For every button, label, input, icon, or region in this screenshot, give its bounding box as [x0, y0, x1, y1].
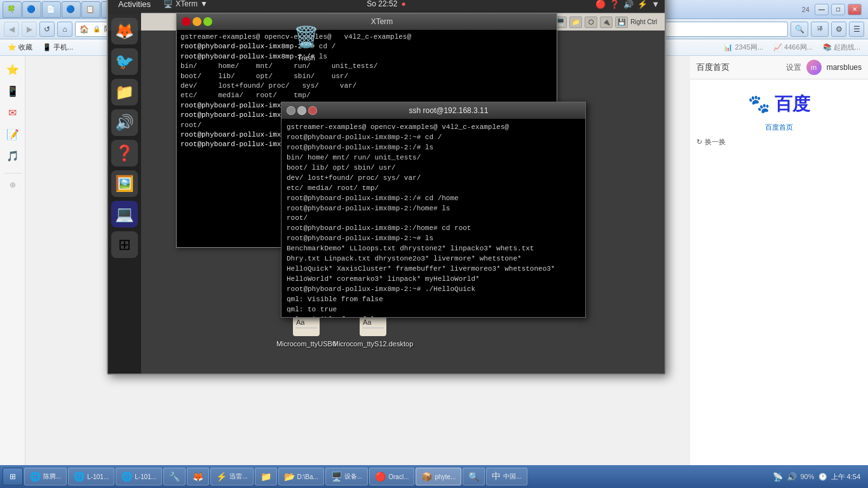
gnome-settings-icon[interactable]: ▼ — [651, 0, 660, 9]
gnome-power-icon[interactable]: ⚡ — [637, 0, 648, 9]
dock-image[interactable]: 🖼️ — [111, 170, 138, 197]
taskbar-app-l101a[interactable]: 🌐 L-101... — [68, 468, 114, 485]
address-lock-icon: 🔒 — [93, 25, 100, 32]
ssh-line-8: root@phyboard-pollux-imx8mp-2:/# cd /hom… — [287, 194, 580, 204]
gnome-activities-btn[interactable]: Activities — [113, 0, 156, 10]
gnome-app-menu-label: XTerm — [175, 0, 198, 8]
gnome-app-menu[interactable]: 🖥️ XTerm ▼ — [163, 0, 208, 8]
xterm-buttons: ✕ _ □ — [182, 17, 212, 26]
forward-btn[interactable]: ▶ — [22, 22, 37, 37]
xterm-min-btn[interactable]: _ — [193, 17, 201, 26]
taskbar-app-phytec[interactable]: 📦 phyte... — [416, 468, 461, 485]
home-btn[interactable]: ⌂ — [57, 22, 72, 37]
dock-help[interactable]: ❓ — [111, 140, 138, 166]
svg-text:Aa: Aa — [363, 318, 372, 326]
gnome-red-btn[interactable]: 🔴 — [595, 0, 606, 9]
sidebar-icon-star[interactable]: ⭐ — [3, 60, 22, 79]
baidu-content-area: 🐾 百度 百度首页 ↻ 换一换 — [690, 79, 868, 158]
sidebar-icon-expand[interactable]: ⊕ — [3, 173, 22, 192]
taskbar-app-search[interactable]: 🔍 — [463, 468, 485, 485]
taskbar-app-chen[interactable]: 🌐 陈腾... — [24, 468, 67, 485]
xterm-max-btn[interactable]: □ — [203, 17, 212, 26]
browser-tab-1[interactable]: 🍀 — [3, 1, 22, 18]
back-btn[interactable]: ◀ — [4, 22, 19, 37]
taskbar-clock-icon: 🕐 — [818, 473, 827, 481]
nav-link-home[interactable]: 百度首页 — [765, 123, 793, 132]
bookmark-favorites[interactable]: ⭐ 收藏 — [5, 41, 35, 53]
trash-icon: 🗑️ — [291, 22, 322, 52]
dock-files[interactable]: 📁 — [111, 79, 138, 105]
taskbar-app-device[interactable]: 🖥️ 设备... — [325, 468, 368, 485]
ssh-max-btn[interactable] — [297, 106, 306, 115]
gnome-clock[interactable]: So 22:52 ● — [367, 0, 405, 8]
bookmark-qidian[interactable]: 📚 起跑线... — [820, 41, 863, 53]
taskbar-app-folder[interactable]: 📁 — [255, 468, 277, 485]
dock-mail[interactable]: 🐦 — [111, 48, 138, 75]
taskbar-app-dbak-icon: 📂 — [284, 471, 295, 482]
ssh-line-4: bin/ home/ mnt/ run/ unit_tests/ — [287, 153, 580, 163]
xterm-line-1: gstreamer-examples@ opencv-examples@ v4l… — [180, 32, 553, 42]
xterm-line-5: boot/ lib/ opt/ sbin/ usr/ — [180, 72, 553, 81]
taskbar-app-l101b-label: L-101... — [135, 473, 156, 480]
translate-btn[interactable]: 译 — [811, 22, 829, 37]
taskbar-app-china-label: 中国... — [503, 472, 521, 481]
taskbar-app-chen-label: 陈腾... — [43, 472, 61, 481]
desktop-icon-trash[interactable]: 🗑️ Trash — [281, 19, 332, 64]
taskbar-app-fox[interactable]: 🦊 — [187, 468, 209, 485]
taskbar-app-dbak[interactable]: 📂 D:\Ba... — [278, 468, 324, 485]
taskbar-app-oracle[interactable]: 🔴 Oracl... — [369, 468, 414, 485]
refresh-content[interactable]: ↻ 换一换 — [696, 137, 862, 147]
minimize-btn[interactable]: — — [815, 4, 829, 15]
taskbar-app-l101b[interactable]: 🌐 L-101... — [116, 468, 162, 485]
maximize-btn[interactable]: □ — [831, 4, 845, 15]
ssh-line-12: root@phyboard-pollux-imx8mp-2:~# ls — [287, 234, 580, 244]
browser-tab-2[interactable]: 🔵 — [22, 1, 41, 18]
menu-btn[interactable]: ☰ — [849, 22, 864, 37]
browser-tab-3[interactable]: 📄 — [42, 1, 61, 18]
gnome-desktop: Activities 🖥️ XTerm ▼ So 22:52 ● 🔴 ❓ 🔊 ⚡… — [108, 0, 665, 374]
dock-apps[interactable]: ⊞ — [111, 231, 138, 258]
ssh-terminal[interactable]: gstreamer-examples@ opencv-examples@ v4l… — [281, 119, 585, 317]
ssh-window[interactable]: ssh root@192.168.3.11 gstreamer-examples… — [281, 102, 586, 318]
start-button[interactable]: ⊞ — [3, 468, 23, 485]
dock-terminal[interactable]: 💻 — [111, 201, 138, 227]
ssh-close-btn[interactable] — [308, 106, 317, 115]
dock-sound[interactable]: 🔊 — [111, 109, 138, 136]
taskbar-app-tool[interactable]: 🔧 — [163, 468, 186, 485]
taskbar-network-icon[interactable]: 📡 — [773, 472, 783, 482]
taskbar-app-l101a-label: L-101... — [87, 473, 109, 480]
tools-btn[interactable]: ⚙ — [831, 22, 846, 37]
taskbar-app-thunder[interactable]: ⚡ 迅雷... — [210, 468, 253, 485]
gnome-volume-icon[interactable]: 🔊 — [623, 0, 634, 9]
dock-firefox[interactable]: 🦊 — [111, 18, 138, 44]
browser-tab-4[interactable]: 🔵 — [62, 1, 81, 18]
sidebar-icon-mail[interactable]: ✉ — [3, 103, 22, 122]
ssh-line-7: etc/ media/ root/ tmp/ — [287, 184, 580, 194]
user-avatar[interactable]: m — [806, 60, 822, 75]
sidebar-icon-mobile[interactable]: 📱 — [3, 81, 22, 100]
gnome-help-icon[interactable]: ❓ — [609, 0, 620, 9]
refresh-btn[interactable]: ↺ — [39, 22, 55, 37]
ssh-line-16: HelloWorld* coremarko3* linpack* myHello… — [287, 274, 580, 285]
browser-tab-5[interactable]: 📋 — [81, 1, 100, 18]
bookmark-4466[interactable]: 📈 4466网... — [771, 41, 815, 53]
sidebar-icon-music[interactable]: 🎵 — [3, 146, 22, 165]
ssh-min-btn[interactable] — [287, 106, 295, 115]
taskbar-app-china-icon: 中 — [492, 471, 501, 482]
settings-link[interactable]: 设置 — [786, 62, 801, 73]
search-btn[interactable]: 🔍 — [790, 22, 808, 37]
taskbar-app-device-icon: 🖥️ — [331, 471, 342, 482]
bookmark-mobile[interactable]: 📱 手机... — [40, 41, 76, 53]
svg-rect-8 — [295, 327, 317, 329]
taskbar-app-thunder-label: 迅雷... — [229, 472, 247, 481]
close-btn[interactable]: ✕ — [848, 4, 862, 15]
sidebar-icon-note[interactable]: 📝 — [3, 125, 22, 144]
gnome-app-menu-arrow: ▼ — [200, 0, 208, 8]
xterm-close-btn[interactable]: ✕ — [182, 17, 191, 26]
taskbar-volume-icon[interactable]: 🔊 — [787, 472, 797, 482]
taskbar-app-search-icon: 🔍 — [468, 471, 479, 482]
taskbar-app-china[interactable]: 中 中国... — [486, 468, 527, 485]
bookmark-2345[interactable]: 📊 2345网... — [721, 41, 766, 53]
taskbar-app-phytec-icon: 📦 — [421, 471, 432, 482]
refresh-label: 换一换 — [705, 137, 726, 147]
